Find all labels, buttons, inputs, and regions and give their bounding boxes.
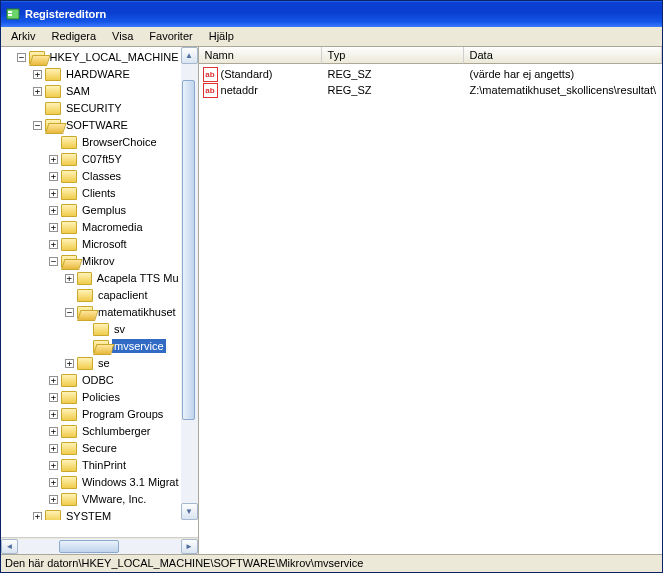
menu-redigera[interactable]: Redigera [43,27,104,46]
tree-node[interactable]: +Acapela TTS Mu [1,270,181,286]
tree-node-label[interactable]: SYSTEM [64,509,113,520]
expand-icon[interactable]: + [49,478,58,487]
scroll-left-icon[interactable]: ◄ [1,539,18,554]
tree-node[interactable]: −HKEY_LOCAL_MACHINE [1,49,181,65]
expand-icon[interactable]: + [49,223,58,232]
tree-node[interactable]: +Policies [1,389,181,405]
tree-node-label[interactable]: mvservice [112,339,166,353]
column-header-name[interactable]: Namn [199,47,322,64]
tree-node[interactable]: sv [1,321,181,337]
tree-node[interactable]: −SOFTWARE [1,117,181,133]
collapse-icon[interactable]: − [49,257,58,266]
expand-icon[interactable]: + [49,189,58,198]
tree-node[interactable]: capaclient [1,287,181,303]
tree-node-label[interactable]: Secure [80,441,119,455]
scroll-track[interactable] [18,539,181,554]
tree-node[interactable]: +SAM [1,83,181,99]
tree-node[interactable]: SECURITY [1,100,181,116]
scroll-up-icon[interactable]: ▲ [181,47,198,64]
expand-icon[interactable]: + [65,359,74,368]
tree-node-label[interactable]: Microsoft [80,237,129,251]
tree-node[interactable]: +Windows 3.1 Migrat [1,474,181,490]
tree-node-label[interactable]: ODBC [80,373,116,387]
scroll-thumb[interactable] [59,540,119,553]
menu-hjalp[interactable]: Hjälp [201,27,242,46]
tree-node[interactable]: BrowserChoice [1,134,181,150]
tree-node-label[interactable]: matematikhuset [96,305,178,319]
tree-node[interactable]: +Program Groups [1,406,181,422]
tree-node[interactable]: −matematikhuset [1,304,181,320]
value-row[interactable]: ab(Standard)REG_SZ(värde har ej angetts) [199,66,662,82]
expand-icon[interactable]: + [49,461,58,470]
registry-tree[interactable]: −HKEY_LOCAL_MACHINE+HARDWARE+SAMSECURITY… [1,47,181,520]
list-body[interactable]: ab(Standard)REG_SZ(värde har ej angetts)… [199,64,662,554]
tree-node[interactable]: +se [1,355,181,371]
tree-node[interactable]: +C07ft5Y [1,151,181,167]
tree-node-label[interactable]: SECURITY [64,101,124,115]
tree-node[interactable]: +Schlumberger [1,423,181,439]
expand-icon[interactable]: + [49,444,58,453]
tree-node-label[interactable]: Macromedia [80,220,145,234]
expand-icon[interactable]: + [33,512,42,521]
tree-node[interactable]: +Microsoft [1,236,181,252]
collapse-icon[interactable]: − [17,53,26,62]
expand-icon[interactable]: + [33,70,42,79]
menu-visa[interactable]: Visa [104,27,141,46]
collapse-icon[interactable]: − [33,121,42,130]
tree-hscrollbar[interactable]: ◄ ► [1,537,198,554]
tree-node[interactable]: +Macromedia [1,219,181,235]
column-header-type[interactable]: Typ [322,47,464,64]
tree-node-label[interactable]: Clients [80,186,118,200]
scroll-track[interactable] [181,64,198,503]
tree-node-label[interactable]: SOFTWARE [64,118,130,132]
tree-node-label[interactable]: Schlumberger [80,424,152,438]
expand-icon[interactable]: + [49,410,58,419]
expand-icon[interactable]: + [49,376,58,385]
titlebar[interactable]: Registereditorn [1,1,662,27]
tree-node[interactable]: +Classes [1,168,181,184]
expand-icon[interactable]: + [65,274,74,283]
column-header-data[interactable]: Data [464,47,662,64]
scroll-thumb[interactable] [182,80,195,420]
expand-icon[interactable]: + [49,427,58,436]
tree-vscrollbar[interactable]: ▲ ▼ [181,47,198,520]
tree-node-label[interactable]: Classes [80,169,123,183]
tree-node[interactable]: +HARDWARE [1,66,181,82]
tree-node-label[interactable]: C07ft5Y [80,152,124,166]
tree-node-label[interactable]: Acapela TTS Mu [95,271,181,285]
tree-node[interactable]: +Secure [1,440,181,456]
tree-node-label[interactable]: Program Groups [80,407,165,421]
tree-node-label[interactable]: SAM [64,84,92,98]
tree-node-label[interactable]: Windows 3.1 Migrat [80,475,181,489]
tree-node-label[interactable]: capaclient [96,288,150,302]
expand-icon[interactable]: + [49,172,58,181]
tree-node-label[interactable]: BrowserChoice [80,135,159,149]
menu-arkiv[interactable]: Arkiv [3,27,43,46]
expand-icon[interactable]: + [49,495,58,504]
expand-icon[interactable]: + [49,155,58,164]
menu-favoriter[interactable]: Favoriter [141,27,200,46]
scroll-right-icon[interactable]: ► [181,539,198,554]
expand-icon[interactable]: + [49,393,58,402]
expand-icon[interactable]: + [49,240,58,249]
tree-node-label[interactable]: HKEY_LOCAL_MACHINE [48,50,181,64]
tree-node-label[interactable]: se [96,356,112,370]
collapse-icon[interactable]: − [65,308,74,317]
tree-node-label[interactable]: ThinPrint [80,458,128,472]
tree-node[interactable]: −Mikrov [1,253,181,269]
tree-node[interactable]: +Clients [1,185,181,201]
tree-node[interactable]: +ODBC [1,372,181,388]
scroll-down-icon[interactable]: ▼ [181,503,198,520]
tree-node-label[interactable]: HARDWARE [64,67,132,81]
tree-node[interactable]: +ThinPrint [1,457,181,473]
tree-node[interactable]: mvservice [1,338,181,354]
value-row[interactable]: abnetaddrREG_SZZ:\matematikhuset_skollic… [199,82,662,98]
tree-node[interactable]: +Gemplus [1,202,181,218]
tree-node[interactable]: +SYSTEM [1,508,181,520]
tree-node-label[interactable]: sv [112,322,127,336]
tree-node-label[interactable]: Mikrov [80,254,116,268]
tree-node-label[interactable]: Policies [80,390,122,404]
tree-node-label[interactable]: VMware, Inc. [80,492,148,506]
expand-icon[interactable]: + [33,87,42,96]
tree-node-label[interactable]: Gemplus [80,203,128,217]
